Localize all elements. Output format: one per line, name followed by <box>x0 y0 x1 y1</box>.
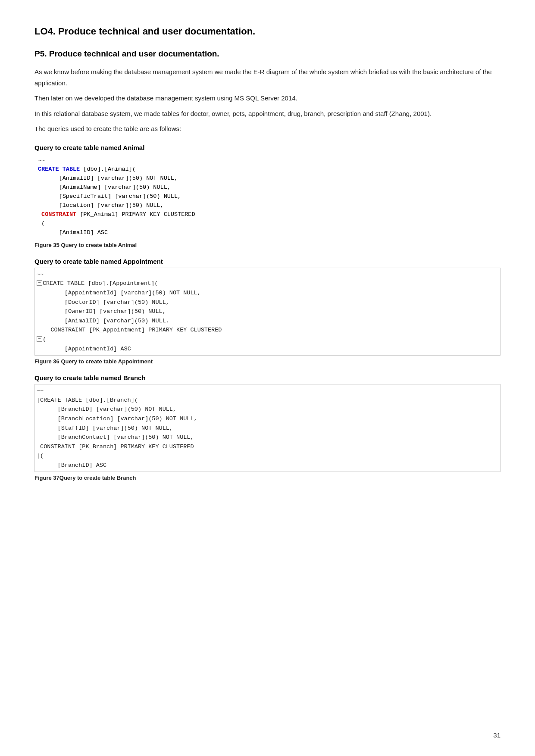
query-section-appointment: Query to create table named Appointment … <box>34 258 501 365</box>
query-section-animal: Query to create table named Animal ~~ CR… <box>34 144 501 248</box>
query-heading-appointment: Query to create table named Appointment <box>34 258 501 265</box>
fig-caption-animal: Figure 35 Query to create table Animal <box>34 242 501 248</box>
body-paragraph-4: The queries used to create the table are… <box>34 123 501 134</box>
code-block-animal: ~~ CREATE TABLE [dbo].[Animal]( [AnimalI… <box>34 154 501 240</box>
body-paragraph-2: Then later on we developed the database … <box>34 93 501 104</box>
body-paragraph-1: As we know before making the database ma… <box>34 66 501 88</box>
query-section-branch: Query to create table named Branch ~~ |C… <box>34 374 501 481</box>
code-block-appointment: ~~ −CREATE TABLE [dbo].[Appointment]( [A… <box>34 268 501 356</box>
page-number: 31 <box>493 731 501 739</box>
query-heading-branch: Query to create table named Branch <box>34 374 501 381</box>
body-paragraph-3: In this relational database system, we m… <box>34 108 501 119</box>
query-heading-animal: Query to create table named Animal <box>34 144 501 151</box>
lo-title: LO4. Produce technical and user document… <box>34 26 501 37</box>
p-title: P5. Produce technical and user documenta… <box>34 49 501 59</box>
fig-caption-branch: Figure 37Query to create table Branch <box>34 475 501 481</box>
code-block-branch: ~~ |CREATE TABLE [dbo].[Branch]( [Branch… <box>34 384 501 472</box>
fig-caption-appointment: Figure 36 Query to create table Appointm… <box>34 358 501 365</box>
